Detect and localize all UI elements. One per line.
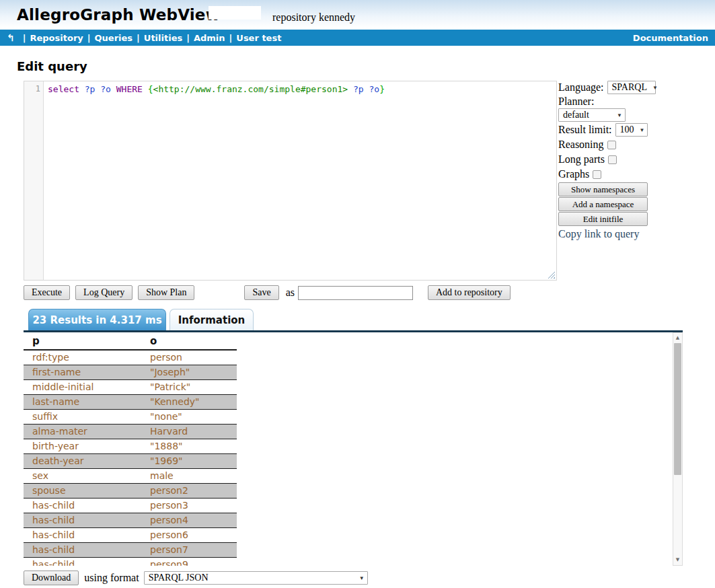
reasoning-label: Reasoning	[558, 139, 604, 151]
table-row: has-childperson6	[24, 527, 237, 542]
language-select[interactable]: SPARQL ▼	[607, 81, 656, 94]
add-to-repository-button[interactable]: Add to repository	[428, 285, 511, 300]
result-limit-select[interactable]: 100 ▼	[615, 123, 648, 137]
cell-o[interactable]: person7	[141, 542, 237, 557]
table-row: suffix"none"	[24, 409, 237, 424]
cell-p[interactable]: death-year	[24, 453, 141, 468]
column-header-o[interactable]: o	[141, 332, 237, 350]
nav-item-user-test[interactable]: User test	[236, 33, 281, 43]
format-value: SPARQL JSON	[149, 573, 209, 583]
code-token: ?o	[100, 84, 111, 94]
code-token: ?p	[85, 84, 96, 94]
cell-p[interactable]: alma-mater	[24, 424, 141, 439]
result-limit-label: Result limit:	[558, 124, 612, 136]
log-query-button[interactable]: Log Query	[75, 285, 133, 300]
as-label: as	[286, 287, 295, 299]
scroll-up-icon[interactable]: ▲	[673, 334, 682, 342]
planner-select[interactable]: default ▼	[558, 108, 626, 122]
cell-p[interactable]: spouse	[24, 483, 141, 498]
table-row: first-name"Joseph"	[24, 365, 237, 379]
cell-o[interactable]: "Kennedy"	[141, 394, 237, 409]
add-namespace-button[interactable]: Add a namespace	[558, 197, 648, 211]
query-editor[interactable]: 1 select ?p ?o WHERE {<http://www.franz.…	[24, 81, 557, 281]
code-line-content[interactable]: select ?p ?o WHERE {<http://www.franz.co…	[44, 81, 556, 280]
table-row: spouseperson2	[24, 483, 237, 498]
cell-p[interactable]: has-child	[24, 542, 141, 557]
cell-p[interactable]: has-child	[24, 527, 141, 542]
save-name-input[interactable]	[298, 286, 413, 300]
cell-o[interactable]: "none"	[141, 409, 237, 424]
using-format-label: using format	[84, 572, 139, 584]
scrollbar-thumb[interactable]	[674, 343, 681, 475]
cell-o[interactable]: "1888"	[141, 439, 237, 453]
reasoning-checkbox[interactable]	[607, 141, 616, 149]
cell-o[interactable]: "Patrick"	[141, 379, 237, 394]
execute-button[interactable]: Execute	[24, 285, 70, 300]
nav-separator: |	[229, 33, 233, 43]
cell-o[interactable]: person6	[141, 527, 237, 542]
cell-p[interactable]: last-name	[24, 394, 141, 409]
language-label: Language:	[558, 81, 604, 94]
cell-p[interactable]: has-child	[24, 557, 141, 566]
cell-p[interactable]: has-child	[24, 513, 141, 527]
code-token: ?p	[353, 84, 364, 94]
results-tab-bar: 23 Results in 4.317 ms Information	[24, 309, 683, 332]
nav-separator: |	[87, 33, 91, 43]
cell-p[interactable]: suffix	[24, 409, 141, 424]
results-table-body: rdf:typepersonfirst-name"Joseph"middle-i…	[24, 350, 237, 566]
code-token: <http://www.franz.com/simple#person1>	[153, 84, 348, 94]
cell-o[interactable]: male	[141, 468, 237, 483]
format-select[interactable]: SPARQL JSON ▼	[144, 571, 368, 585]
copy-link-to-query-link[interactable]: Copy link to query	[558, 228, 693, 240]
cell-o[interactable]: person4	[141, 513, 237, 527]
table-row: rdf:typeperson	[24, 350, 237, 365]
blank-area	[209, 6, 261, 20]
cell-o[interactable]: person2	[141, 483, 237, 498]
table-row: has-childperson7	[24, 542, 237, 557]
nav-item-admin[interactable]: Admin	[194, 33, 225, 43]
show-plan-button[interactable]: Show Plan	[138, 285, 194, 300]
editor-row: 1 select ?p ?o WHERE {<http://www.franz.…	[24, 81, 715, 281]
table-row: birth-year"1888"	[24, 439, 237, 453]
cell-o[interactable]: "1969"	[141, 453, 237, 468]
long-parts-checkbox[interactable]	[608, 155, 617, 164]
save-button[interactable]: Save	[244, 285, 278, 300]
line-number: 1	[24, 84, 40, 94]
code-token	[348, 84, 353, 94]
code-token: WHERE	[116, 84, 143, 94]
tab-results[interactable]: 23 Results in 4.317 ms	[28, 309, 166, 330]
download-button[interactable]: Download	[24, 571, 79, 585]
cell-o[interactable]: person9	[141, 557, 237, 566]
cell-o[interactable]: Harvard	[141, 424, 237, 439]
nav-item-repository[interactable]: Repository	[30, 33, 83, 43]
actions-row: Execute Log Query Show Plan Save as Add …	[24, 285, 715, 300]
nav-item-queries[interactable]: Queries	[95, 33, 133, 43]
edit-initfile-button[interactable]: Edit initfile	[558, 212, 648, 226]
results-scrollbar[interactable]: ▲ ▼	[673, 332, 683, 566]
tab-information[interactable]: Information	[170, 309, 254, 330]
back-arrow-icon[interactable]: ↰	[7, 32, 15, 43]
result-limit-value: 100	[620, 124, 634, 135]
nav-separator: |	[137, 33, 140, 43]
cell-p[interactable]: has-child	[24, 498, 141, 513]
column-header-p[interactable]: p	[24, 332, 141, 350]
cell-p[interactable]: rdf:type	[24, 350, 141, 365]
results-panel: p o rdf:typepersonfirst-name"Joseph"midd…	[24, 332, 683, 566]
cell-o[interactable]: "Joseph"	[141, 365, 237, 379]
graphs-checkbox[interactable]	[593, 170, 601, 179]
show-namespaces-button[interactable]: Show namespaces	[558, 182, 648, 196]
nav-item-utilities[interactable]: Utilities	[144, 33, 182, 43]
code-token: select	[48, 84, 79, 94]
scroll-down-icon[interactable]: ▼	[673, 556, 682, 564]
cell-p[interactable]: birth-year	[24, 439, 141, 453]
cell-o[interactable]: person	[141, 350, 237, 365]
cell-p[interactable]: first-name	[24, 365, 141, 379]
code-token	[143, 84, 148, 94]
cell-p[interactable]: sex	[24, 468, 141, 483]
cell-p[interactable]: middle-initial	[24, 379, 141, 394]
cell-o[interactable]: person3	[141, 498, 237, 513]
long-parts-label: Long parts	[558, 153, 605, 166]
table-row: death-year"1969"	[24, 453, 237, 468]
documentation-link[interactable]: Documentation	[633, 33, 708, 43]
repository-label: repository kennedy	[272, 11, 355, 24]
